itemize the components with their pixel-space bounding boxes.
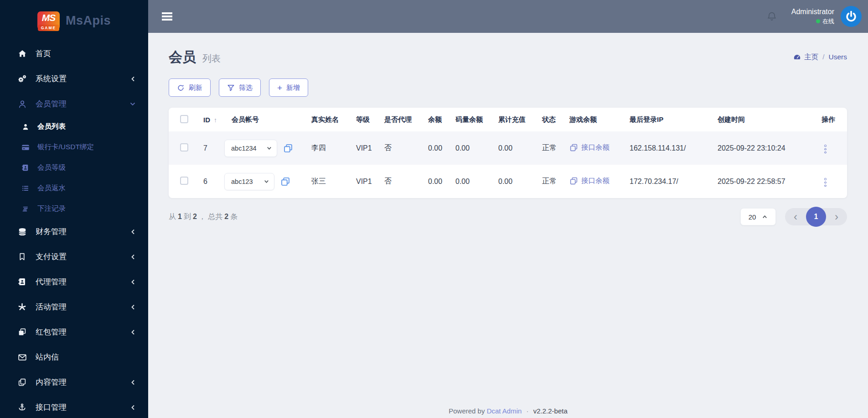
copy-account-icon[interactable] bbox=[283, 143, 293, 153]
page-content: 会员 列表 主页 / Users bbox=[148, 33, 868, 418]
sidebar-item-redpacket-management[interactable]: 红包管理 bbox=[0, 319, 148, 345]
chevron-up-icon bbox=[762, 214, 768, 220]
row-checkbox[interactable] bbox=[180, 143, 188, 152]
bookmark-icon bbox=[17, 252, 27, 261]
filter-funnel-icon bbox=[227, 84, 235, 92]
next-page-button[interactable]: › bbox=[834, 211, 839, 222]
add-button[interactable]: + 新增 bbox=[269, 78, 308, 97]
cell-actions bbox=[813, 131, 847, 165]
cell-id: 6 bbox=[191, 165, 223, 198]
page-size-select[interactable]: 20 bbox=[740, 208, 776, 225]
sidebar-item-member-level[interactable]: 会员等级 bbox=[0, 157, 148, 178]
sidebar-item-label: 会员返水 bbox=[37, 183, 136, 193]
breadcrumb-separator: / bbox=[822, 53, 824, 61]
sidebar-item-bank-usdt[interactable]: 银行卡/USDT绑定 bbox=[0, 137, 148, 157]
sidebar-item-system-settings[interactable]: 系统设置 bbox=[0, 66, 148, 91]
cell-level: VIP1 bbox=[348, 131, 376, 165]
sidebar-item-member-list[interactable]: 会员列表 bbox=[0, 116, 148, 137]
sidebar-item-agent-management[interactable]: 代理管理 bbox=[0, 269, 148, 294]
sort-asc-icon[interactable]: ↑ bbox=[214, 116, 217, 124]
sidebar-item-bet-records[interactable]: 下注记录 bbox=[0, 199, 148, 219]
filter-button[interactable]: 筛选 bbox=[219, 78, 261, 97]
sidebar-item-home[interactable]: 首页 bbox=[0, 41, 148, 66]
current-page-button[interactable]: 1 bbox=[806, 207, 826, 227]
anchor-icon bbox=[17, 403, 27, 412]
sidebar-item-finance[interactable]: 财务管理 bbox=[0, 219, 148, 244]
sidebar-item-label: 下注记录 bbox=[37, 204, 136, 214]
cell-real-name: 李四 bbox=[303, 131, 348, 165]
chevron-down-icon bbox=[266, 145, 272, 151]
column-header-id[interactable]: ID↑ bbox=[191, 108, 223, 131]
sidebar-item-activity-management[interactable]: 活动管理 bbox=[0, 294, 148, 319]
dcat-admin-link[interactable]: Dcat Admin bbox=[487, 407, 522, 415]
sidebar-item-label: 会员管理 bbox=[36, 99, 129, 109]
sidebar-item-payment-settings[interactable]: 支付设置 bbox=[0, 244, 148, 269]
chevron-left-icon bbox=[130, 329, 136, 335]
members-table: ID↑ 会员帐号 真实姓名 等级 是否代理 余额 码量余额 累计充值 状态 游戏… bbox=[169, 108, 847, 198]
sidebar-item-api-management[interactable]: 接口管理 bbox=[0, 395, 148, 418]
sidebar-item-label: 站内信 bbox=[36, 352, 136, 362]
dashboard-icon bbox=[793, 53, 801, 61]
sidebar-item-member-rebate[interactable]: 会员返水 bbox=[0, 178, 148, 199]
row-actions-kebab-icon[interactable] bbox=[822, 142, 829, 156]
copy-account-icon[interactable] bbox=[280, 177, 290, 187]
account-select-value: abc1234 bbox=[231, 145, 257, 152]
column-header-status: 状态 bbox=[534, 108, 561, 131]
user-solid-icon bbox=[21, 123, 30, 131]
column-header-real-name: 真实姓名 bbox=[303, 108, 348, 131]
prev-page-button[interactable]: ‹ bbox=[793, 211, 798, 222]
app-window: MS GAME MsApis 首页 bbox=[0, 0, 868, 418]
user-menu[interactable]: Administrator 在线 bbox=[791, 8, 834, 26]
sidebar-toggle-button[interactable] bbox=[160, 10, 174, 22]
refresh-button[interactable]: 刷新 bbox=[169, 78, 211, 97]
sidebar-item-site-mail[interactable]: 站内信 bbox=[0, 345, 148, 370]
column-header-code-balance: 码量余额 bbox=[447, 108, 490, 131]
filter-label: 筛选 bbox=[239, 84, 253, 92]
cell-level: VIP1 bbox=[348, 165, 376, 198]
cell-is-agent: 否 bbox=[376, 165, 420, 198]
footer-separator: · bbox=[527, 407, 529, 415]
row-actions-kebab-icon[interactable] bbox=[822, 176, 829, 189]
copy-icon bbox=[17, 378, 27, 387]
brand-logo[interactable]: MS GAME MsApis bbox=[0, 0, 148, 41]
topbar: Administrator 在线 bbox=[148, 0, 868, 33]
gears-icon bbox=[17, 74, 27, 84]
cell-status: 正常 bbox=[534, 165, 561, 198]
breadcrumb-home-link[interactable]: 主页 bbox=[793, 52, 818, 62]
chevron-left-icon bbox=[130, 379, 136, 386]
chevron-down-icon bbox=[129, 101, 136, 107]
avatar[interactable] bbox=[841, 6, 862, 27]
account-select[interactable]: abc123 bbox=[224, 173, 274, 190]
account-select[interactable]: abc1234 bbox=[224, 140, 277, 157]
sidebar-item-label: 内容管理 bbox=[36, 377, 130, 387]
cell-actions bbox=[813, 165, 847, 198]
sidebar-item-label: 代理管理 bbox=[36, 277, 130, 287]
copy-icon bbox=[569, 177, 578, 185]
select-all-checkbox[interactable] bbox=[180, 115, 188, 123]
sidebar-item-member-management[interactable]: 会员管理 bbox=[0, 91, 148, 116]
copy-icon bbox=[569, 143, 578, 152]
column-header-level: 等级 bbox=[348, 108, 376, 131]
brand-badge-icon: MS GAME bbox=[37, 11, 60, 30]
game-balance-link[interactable]: 接口余额 bbox=[569, 143, 610, 152]
row-checkbox[interactable] bbox=[180, 177, 188, 185]
column-header-actions: 操作 bbox=[813, 108, 847, 131]
stacked-bars-icon bbox=[21, 205, 30, 213]
cell-code-balance: 0.00 bbox=[447, 131, 490, 165]
page-size-value: 20 bbox=[749, 213, 756, 221]
chevron-left-icon bbox=[130, 304, 136, 310]
powered-by-label: Powered by bbox=[449, 407, 485, 415]
burst-icon bbox=[17, 303, 27, 311]
column-header-total-deposit: 累计充值 bbox=[490, 108, 534, 131]
game-balance-link[interactable]: 接口余额 bbox=[569, 176, 610, 186]
sidebar-item-content-management[interactable]: 内容管理 bbox=[0, 370, 148, 395]
refresh-icon bbox=[177, 84, 185, 92]
list-icon bbox=[21, 184, 30, 192]
cell-code-balance: 0.00 bbox=[447, 165, 490, 198]
address-book-icon bbox=[21, 164, 30, 172]
chevron-left-icon bbox=[130, 279, 136, 285]
notifications-bell-icon[interactable] bbox=[766, 10, 778, 22]
chevron-left-icon bbox=[130, 76, 136, 82]
plus-icon: + bbox=[277, 84, 282, 92]
page-header: 会员 列表 主页 / Users bbox=[169, 47, 847, 68]
